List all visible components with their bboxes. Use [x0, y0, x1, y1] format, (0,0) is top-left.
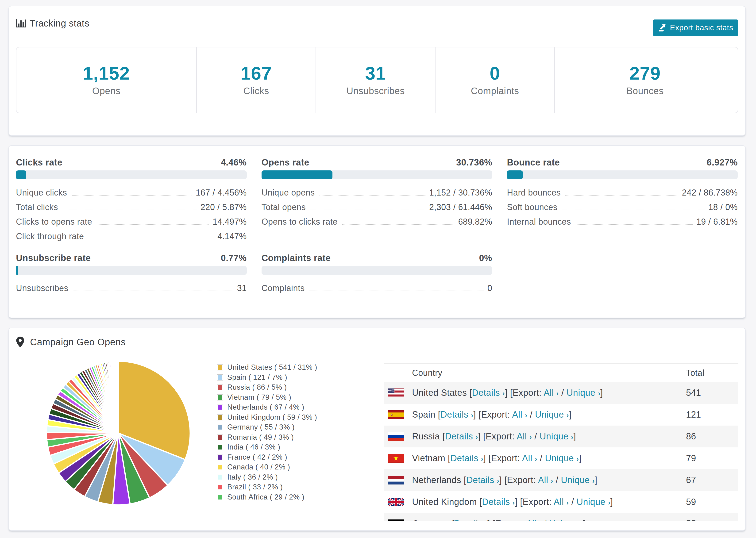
flag-de-icon: [388, 519, 412, 521]
details-link[interactable]: Details ›: [445, 431, 478, 441]
country-total: 55: [686, 513, 738, 521]
export-icon: [658, 23, 667, 32]
rate-row: Internal bounces19 / 6.81%: [507, 215, 738, 229]
legend-item-spain: Spain ( 121 / 7% ): [217, 372, 317, 383]
export-unique-link[interactable]: Unique ›: [535, 409, 569, 419]
rates-card: Clicks rate4.46%Unique clicks167 / 4.456…: [9, 145, 746, 318]
legend-item-france: France ( 42 / 2% ): [217, 452, 317, 462]
legend-swatch: [217, 374, 223, 381]
rate-block-clicks-rate: Clicks rate4.46%Unique clicks167 / 4.456…: [16, 157, 247, 243]
details-link[interactable]: Details ›: [450, 453, 483, 463]
rate-block-unsubscribe-rate: Unsubscribe rate0.77%Unsubscribes31: [16, 253, 247, 296]
details-link[interactable]: Details ›: [472, 388, 505, 398]
legend-swatch: [217, 394, 223, 401]
export-unique-link[interactable]: Unique ›: [549, 519, 583, 521]
stat-value: 0: [490, 64, 500, 82]
summary-stat-clicks: 167Clicks: [197, 47, 316, 113]
rate-row: Hard bounces242 / 86.738%: [507, 186, 738, 200]
export-all-link[interactable]: All ›: [517, 431, 532, 441]
dotted-leader: [566, 195, 678, 195]
details-link[interactable]: Details ›: [482, 497, 515, 507]
summary-stat-opens: 1,152Opens: [17, 47, 197, 113]
export-all-link[interactable]: All ›: [522, 453, 537, 463]
legend-item-romania: Romania ( 49 / 3% ): [217, 432, 317, 443]
progress-bar: [507, 170, 738, 179]
rate-value: 0.77%: [221, 253, 246, 263]
dotted-leader: [88, 239, 214, 239]
dotted-leader: [562, 210, 705, 210]
legend-item-canada: Canada ( 40 / 2% ): [217, 462, 317, 472]
dotted-leader: [72, 195, 192, 195]
rate-value: 4.46%: [221, 157, 246, 168]
export-unique-link[interactable]: Unique ›: [545, 453, 579, 463]
export-all-link[interactable]: All ›: [538, 475, 553, 485]
progress-bar: [16, 170, 247, 179]
country-total: 59: [686, 491, 738, 513]
summary-stat-complaints: 0Complaints: [436, 47, 555, 113]
export-unique-link[interactable]: Unique ›: [577, 497, 611, 507]
legend-item-south-africa: South Africa ( 29 / 2% ): [217, 492, 317, 502]
export-basic-stats-button[interactable]: Export basic stats: [653, 20, 738, 36]
progress-bar: [16, 266, 247, 275]
country-total: 86: [686, 426, 738, 447]
dotted-leader: [73, 291, 233, 291]
flag-es-icon: [388, 410, 412, 419]
geo-table-row-de: Germany [Details ›] [Export: All › / Uni…: [384, 513, 738, 521]
country-total: 67: [686, 469, 738, 491]
geo-opens-legend: United States ( 541 / 31% )Spain ( 121 /…: [217, 362, 317, 502]
header-divider: [16, 353, 738, 353]
rate-title: Unsubscribe rate: [16, 253, 91, 263]
card-title-geo-opens: Campaign Geo Opens: [30, 337, 126, 348]
rate-value: 30.736%: [456, 157, 492, 168]
legend-swatch: [217, 464, 223, 470]
export-unique-link[interactable]: Unique ›: [567, 388, 600, 398]
map-pin-icon: [16, 337, 25, 348]
legend-swatch: [217, 414, 223, 420]
legend-swatch: [217, 404, 223, 410]
details-link[interactable]: Details ›: [455, 519, 487, 521]
legend-swatch: [217, 474, 223, 480]
legend-item-brazil: Brazil ( 33 / 2% ): [217, 482, 317, 492]
country-name: Russia: [412, 431, 440, 441]
tracking-stats-header: Tracking stats Export basic stats: [9, 6, 745, 39]
geo-opens-pie-chart: [45, 360, 191, 506]
export-unique-link[interactable]: Unique ›: [540, 431, 573, 441]
stat-value: 167: [241, 64, 272, 82]
flag-us-icon: [388, 389, 412, 397]
export-all-link[interactable]: All ›: [544, 388, 559, 398]
dotted-leader: [576, 224, 693, 225]
legend-item-russia: Russia ( 86 / 5% ): [217, 382, 317, 393]
details-link[interactable]: Details ›: [441, 409, 473, 419]
export-all-link[interactable]: All ›: [526, 519, 541, 521]
rate-row: Unique clicks167 / 4.456%: [16, 186, 247, 200]
geo-table-row-gb: United Kingdom [Details ›] [Export: All …: [384, 491, 738, 513]
export-unique-link[interactable]: Unique ›: [561, 475, 595, 485]
country-name: Vietnam: [412, 453, 445, 463]
stat-label: Clicks: [243, 86, 269, 96]
geo-table-header-row: Country Total: [384, 364, 738, 382]
rate-row: Complaints0: [261, 281, 492, 296]
rate-row: Total clicks220 / 5.87%: [16, 200, 247, 215]
progress-bar: [261, 170, 492, 179]
rate-value: 6.927%: [707, 157, 738, 168]
rate-value: 0%: [479, 253, 492, 263]
legend-item-united-states: United States ( 541 / 31% ): [217, 362, 317, 372]
flag-vn-icon: [388, 454, 412, 463]
export-all-link[interactable]: All ›: [554, 497, 569, 507]
rate-row: Total opens2,303 / 61.446%: [261, 200, 492, 215]
stat-label: Complaints: [471, 86, 519, 96]
legend-swatch: [217, 384, 223, 390]
dotted-leader: [342, 224, 455, 225]
summary-stats-box: 1,152Opens167Clicks31Unsubscribes0Compla…: [16, 47, 738, 113]
stat-label: Bounces: [626, 86, 664, 96]
rate-row: Clicks to opens rate14.497%: [16, 215, 247, 229]
flag-ru-icon: [388, 432, 412, 441]
legend-swatch: [217, 484, 223, 490]
rate-block-bounce-rate: Bounce rate6.927%Hard bounces242 / 86.73…: [507, 157, 738, 243]
geo-table-header-country: Country: [412, 364, 686, 382]
legend-item-vietnam: Vietnam ( 79 / 5% ): [217, 393, 317, 403]
country-name: United States: [412, 388, 467, 398]
legend-swatch: [217, 444, 223, 450]
details-link[interactable]: Details ›: [466, 475, 499, 485]
export-all-link[interactable]: All ›: [512, 409, 527, 419]
